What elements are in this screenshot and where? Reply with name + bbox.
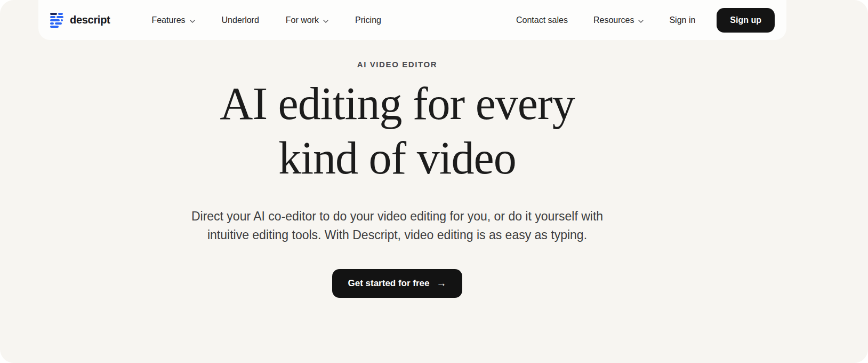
hero-subtext: Direct your AI co-editor to do your vide…: [136, 207, 658, 244]
nav-item-label: Contact sales: [516, 15, 568, 25]
nav-item-label: For work: [286, 15, 319, 25]
nav-item-label: Sign in: [669, 15, 695, 25]
hero-subtext-line1: Direct your AI co-editor to do your vide…: [191, 209, 603, 223]
corner-artifact-bottom-right: [863, 358, 868, 363]
nav-left-group: descript Features Underlord For work Pri…: [50, 13, 381, 28]
nav-right-group: Contact sales Resources Sign in Sign up: [516, 8, 775, 33]
chevron-down-icon: [190, 15, 195, 25]
primary-nav-links: Features Underlord For work Pricing: [151, 15, 381, 25]
descript-logo[interactable]: descript: [50, 13, 110, 28]
corner-artifact-top-right: [863, 0, 868, 7]
nav-item-label: Pricing: [355, 15, 381, 25]
nav-item-label: Features: [151, 15, 185, 25]
arrow-right-icon: →: [437, 278, 447, 288]
nav-item-contact-sales[interactable]: Contact sales: [516, 15, 568, 25]
nav-item-features[interactable]: Features: [151, 15, 195, 25]
get-started-button[interactable]: Get started for free →: [332, 269, 462, 298]
nav-item-for-work[interactable]: For work: [286, 15, 328, 25]
nav-item-sign-in[interactable]: Sign in: [669, 15, 695, 25]
hero-section: AI VIDEO EDITOR AI editing for everykind…: [0, 0, 794, 298]
hero-eyebrow: AI VIDEO EDITOR: [0, 60, 794, 69]
sign-up-button[interactable]: Sign up: [717, 8, 775, 33]
nav-item-underlord[interactable]: Underlord: [222, 15, 259, 25]
hero-heading: AI editing for everykind of video: [0, 76, 794, 186]
hero-heading-line1: AI editing for every: [220, 78, 574, 129]
top-navigation: descript Features Underlord For work Pri…: [38, 0, 786, 40]
descript-logo-icon: [50, 13, 65, 28]
hero-subtext-line2: intuitive editing tools. With Descript, …: [207, 228, 587, 242]
get-started-label: Get started for free: [348, 278, 429, 289]
nav-item-resources[interactable]: Resources: [593, 15, 644, 25]
descript-wordmark: descript: [70, 14, 110, 26]
corner-artifact-bottom-left: [0, 359, 4, 363]
chevron-down-icon: [323, 15, 328, 25]
chevron-down-icon: [638, 15, 644, 25]
nav-item-pricing[interactable]: Pricing: [355, 15, 381, 25]
nav-item-label: Underlord: [222, 15, 259, 25]
nav-item-label: Resources: [593, 15, 634, 25]
hero-heading-line2: kind of video: [278, 132, 516, 184]
landing-page: descript Features Underlord For work Pri…: [0, 0, 868, 363]
